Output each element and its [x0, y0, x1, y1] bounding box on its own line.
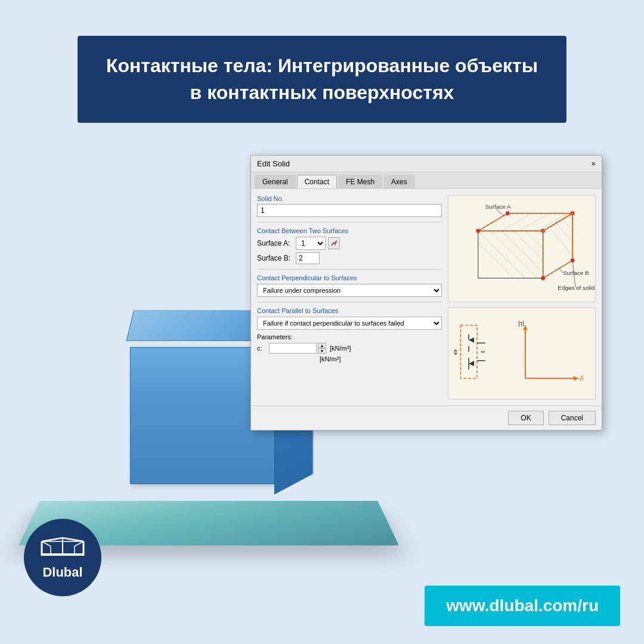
svg-line-4	[63, 538, 83, 541]
website-banner: www.dlubal.com/ru	[425, 586, 620, 626]
parameters-group: Parameters: c: ▲ ▼ [kN/m³] [kN/m²]	[257, 333, 442, 363]
tab-fe-mesh[interactable]: FE Mesh	[338, 175, 382, 188]
solid-no-group: Solid No.	[257, 195, 442, 217]
svg-text:δ: δ	[580, 374, 584, 382]
surface-a-select[interactable]: 1 2	[296, 237, 326, 250]
svg-point-35	[476, 229, 480, 233]
svg-text:|τ|: |τ|	[518, 320, 524, 327]
params-label: Parameters:	[257, 333, 442, 340]
dlubal-logo: Dlubal	[24, 519, 101, 596]
logo-text: Dlubal	[42, 565, 82, 580]
pick-icon	[330, 240, 338, 247]
surface-a-row: Surface A: 1 2	[257, 237, 442, 250]
param-c-unit: [kN/m³]	[330, 345, 351, 352]
diagram-bottom-panel: δ |τ| ⇕ ⇔	[448, 307, 596, 400]
solid-no-input[interactable]	[257, 204, 442, 217]
param-c-spinner[interactable]: ▲ ▼	[318, 343, 326, 354]
svg-line-3	[42, 538, 63, 541]
svg-text:⇔: ⇔	[481, 349, 485, 355]
svg-text:Surface B: Surface B	[563, 270, 589, 277]
dialog-title: Edit Solid	[257, 159, 290, 168]
website-url: www.dlubal.com/ru	[446, 596, 599, 615]
dialog-tabs: General Contact FE Mesh Axes	[251, 172, 602, 189]
diagram-bottom-svg: δ |τ| ⇕ ⇔	[448, 308, 595, 399]
surface-b-input[interactable]	[296, 252, 320, 264]
svg-point-40	[541, 276, 545, 280]
title-banner: Контактные тела: Интегрированные объекты…	[78, 36, 566, 123]
svg-line-9	[75, 541, 83, 546]
cancel-button[interactable]: Cancel	[549, 411, 596, 425]
dialog-left-panel: Solid No. Contact Between Two Surfaces S…	[257, 195, 442, 400]
dialog-right-panel: Surface A Surface B Edges of solid	[448, 195, 596, 400]
svg-text:Surface A: Surface A	[485, 203, 511, 210]
dialog-titlebar: Edit Solid ×	[251, 156, 602, 172]
surface-b-label: Surface B:	[257, 254, 296, 262]
edit-solid-dialog[interactable]: Edit Solid × General Contact FE Mesh Axe…	[250, 155, 602, 431]
surface-a-label: Surface A:	[257, 239, 296, 247]
svg-line-8	[42, 541, 51, 546]
svg-text:⇕: ⇕	[453, 348, 459, 357]
ok-button[interactable]: OK	[508, 411, 543, 425]
dlubal-bridge-icon	[39, 535, 86, 562]
tab-axes[interactable]: Axes	[383, 175, 415, 188]
param-c-name: c:	[257, 345, 269, 352]
contact-perp-row: Failure under compression	[257, 284, 442, 297]
param-unit2: [kN/m²]	[320, 355, 340, 363]
svg-point-36	[506, 211, 510, 215]
svg-text:Edges of solid: Edges of solid	[558, 284, 595, 291]
solid-no-label: Solid No.	[257, 195, 442, 202]
diagram-top-panel: Surface A Surface B Edges of solid	[448, 195, 596, 302]
svg-point-11	[335, 242, 337, 243]
dialog-body: Solid No. Contact Between Two Surfaces S…	[251, 189, 602, 405]
spinner-down[interactable]: ▼	[318, 348, 326, 354]
contact-parallel-label: Contact Parallel to Surfaces	[257, 307, 442, 314]
tab-contact[interactable]: Contact	[297, 175, 337, 188]
contact-parallel-row: Failure if contact perpendicular to surf…	[257, 317, 442, 330]
diagram-top-svg: Surface A Surface B Edges of solid	[448, 196, 595, 302]
spinner-up[interactable]: ▲	[318, 343, 326, 348]
contact-parallel-select[interactable]: Failure if contact perpendicular to surf…	[257, 317, 442, 330]
surface-b-row: Surface B:	[257, 252, 442, 264]
tab-general[interactable]: General	[255, 175, 296, 188]
dialog-close-button[interactable]: ×	[591, 159, 596, 168]
dialog-footer: OK Cancel	[251, 405, 602, 430]
param-unit2-row: [kN/m²]	[257, 355, 442, 363]
surface-a-pick-button[interactable]	[328, 237, 340, 249]
page-title: Контактные тела: Интегрированные объекты…	[101, 52, 543, 106]
param-c-row: c: ▲ ▼ [kN/m³]	[257, 343, 442, 354]
contact-perp-select[interactable]: Failure under compression	[257, 284, 442, 297]
param-c-input[interactable]	[269, 343, 317, 354]
contact-perp-label: Contact Perpendicular to Surfaces	[257, 274, 442, 281]
contact-between-label: Contact Between Two Surfaces	[257, 227, 442, 234]
